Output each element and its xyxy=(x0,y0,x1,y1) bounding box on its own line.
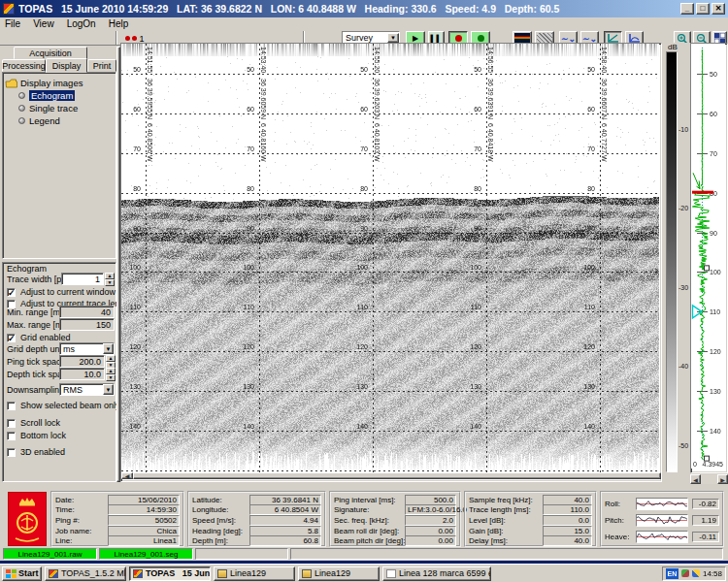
info-group-transmit: Ping interval [ms]:500.0Signature:LFM:3.… xyxy=(329,491,461,547)
info-label: Delay [ms]: xyxy=(469,536,508,545)
bottom-lock-row[interactable]: Bottom lock xyxy=(7,431,66,440)
menu-item-file[interactable]: File xyxy=(5,18,20,29)
echogram-settings-panel: Echogram Trace width [pi... 1 ▲▼ ✓Adjust… xyxy=(2,262,116,482)
display-tree-panel: Display images EchogramSingle traceLegen… xyxy=(2,72,116,259)
menu-bar: FileViewLogOnHelp xyxy=(0,17,728,30)
tray-volume-icon[interactable] xyxy=(692,569,700,577)
echogram-hscrollbar[interactable]: ◀ xyxy=(121,472,661,479)
minimize-button[interactable]: _ xyxy=(680,3,694,15)
bottom-lock-checkbox[interactable] xyxy=(7,432,16,440)
info-value: 110.0 xyxy=(543,504,592,515)
ping-tick-input[interactable]: 200.0 xyxy=(59,355,105,368)
grid-enabled-row[interactable]: ✓Grid enabled xyxy=(7,333,71,342)
adjust-window-row[interactable]: ✓Adjust to current window xyxy=(7,287,116,297)
min-range-input[interactable]: 40 xyxy=(59,306,115,318)
menu-item-view[interactable]: View xyxy=(33,18,54,29)
info-row: Date:15/06/2010 xyxy=(55,495,180,505)
roll-row: Roll: -0.82 xyxy=(605,496,719,512)
maximize-button[interactable]: □ xyxy=(696,3,710,15)
start-button[interactable]: Start xyxy=(2,566,42,581)
info-row: Speed [m/s]:4.94 xyxy=(192,515,321,526)
waveform2-icon: ∼⌄ xyxy=(582,34,597,44)
echogram-scroll-thumb[interactable] xyxy=(133,472,661,479)
folder-icon xyxy=(302,569,312,578)
scroll-left-icon[interactable]: ◀ xyxy=(121,472,133,479)
record-raw-icon xyxy=(455,35,462,42)
rx-activity-icon xyxy=(132,36,137,41)
taskbar-task-2[interactable]: TOPAS 15 June 201... xyxy=(129,566,211,581)
language-indicator[interactable]: EN xyxy=(666,568,678,579)
single-trace-canvas[interactable] xyxy=(691,44,725,469)
colorbar-tick-label: -30 xyxy=(678,284,688,291)
menu-item-help[interactable]: Help xyxy=(109,18,129,29)
pitch-waveform xyxy=(636,514,688,527)
info-label: Gain [dB]: xyxy=(469,527,504,535)
roll-label: Roll: xyxy=(605,500,636,508)
tree-root-display-images[interactable]: Display images xyxy=(5,77,114,89)
enable-3d-row[interactable]: 3D enabled xyxy=(7,447,65,457)
trace-scroll-right-icon[interactable]: ▶ xyxy=(717,474,728,484)
taskbar-task-1[interactable]: TOPAS_1.5.2 MkII xyxy=(45,566,126,581)
sphere-bullet-icon xyxy=(18,92,25,99)
info-row: Beam pitch dir [deg]:0.00 xyxy=(334,535,456,546)
show-beam-row[interactable]: Show selected beam only xyxy=(7,401,120,410)
colorbar-region: dB -10-20-30-40-50 xyxy=(662,43,690,482)
colorbar-gradient xyxy=(666,51,678,472)
echogram-canvas[interactable] xyxy=(121,44,659,472)
tab-processing[interactable]: Processing xyxy=(2,59,46,72)
info-label: Ping interval [ms]: xyxy=(334,496,396,504)
task-label: Linea 128 marca 6599 er... xyxy=(399,568,491,578)
close-button[interactable]: ✕ xyxy=(711,3,725,15)
ping-tick-spinner[interactable]: ▲▼ xyxy=(106,355,116,368)
tree-item-label: Legend xyxy=(29,115,60,126)
app-icon xyxy=(49,569,58,578)
tree-item-single-trace[interactable]: Single trace xyxy=(18,102,114,114)
depth-tick-input[interactable]: 10.0 xyxy=(59,368,105,380)
downsampling-arrow-icon[interactable]: ▼ xyxy=(103,384,114,395)
app-icon xyxy=(133,569,143,578)
status-cell-empty xyxy=(290,548,723,560)
info-row: Sample freq [kHz]:40.0 xyxy=(469,495,592,505)
taskbar-task-4[interactable]: Linea129 xyxy=(298,566,380,581)
info-label: Latitude: xyxy=(192,496,222,504)
tab-display[interactable]: Display xyxy=(46,58,87,73)
tree-item-legend[interactable]: Legend xyxy=(18,114,114,127)
tray-app-icon[interactable] xyxy=(681,569,689,577)
ping-indicator-count: 1 xyxy=(139,34,144,44)
trace-scroll-left-icon[interactable]: ◀ xyxy=(690,474,701,484)
info-label: Job name: xyxy=(55,527,91,535)
depth-tick-spinner[interactable]: ▲▼ xyxy=(106,368,116,380)
enable-3d-checkbox[interactable] xyxy=(7,448,16,457)
max-range-input[interactable]: 150 xyxy=(59,318,115,331)
toolbar-separator xyxy=(116,31,117,45)
scroll-lock-checkbox[interactable] xyxy=(7,419,16,428)
menu-item-logon[interactable]: LogOn xyxy=(67,18,96,29)
colorbar-tick-label: -40 xyxy=(678,363,688,370)
trace-width-input[interactable]: 1 xyxy=(61,273,104,285)
roll-value: -0.82 xyxy=(692,499,719,509)
tree-item-echogram[interactable]: Echogram xyxy=(18,89,114,102)
tab-print[interactable]: Print xyxy=(87,59,116,72)
trace-hscrollbar[interactable]: ◀ ▶ xyxy=(690,474,728,484)
info-value: 36 39.6841 N xyxy=(249,495,321,505)
app-icon xyxy=(3,3,15,15)
dropdown-arrow-icon[interactable]: ▼ xyxy=(387,33,399,43)
taskbar-task-5[interactable]: Linea 128 marca 6599 er... xyxy=(382,566,491,581)
grid-enabled-checkbox[interactable]: ✓ xyxy=(7,334,16,342)
info-label: Longitude: xyxy=(192,505,228,514)
taskbar-task-3[interactable]: Linea129 xyxy=(214,566,295,581)
scroll-lock-row[interactable]: Scroll lock xyxy=(7,418,60,428)
info-row: Beam roll dir [deg]:0.00 xyxy=(334,526,456,536)
info-group-navigation: Latitude:36 39.6841 NLongitude:6 40.8504… xyxy=(187,491,326,547)
info-value: LFM:3.0-6.0/16.0 xyxy=(405,504,456,515)
info-value: 2.0 xyxy=(405,515,456,526)
adjust-window-checkbox[interactable]: ✓ xyxy=(7,288,16,297)
info-value: 40.0 xyxy=(543,495,592,505)
info-value: 15.0 xyxy=(543,526,592,536)
show-beam-checkbox[interactable] xyxy=(7,402,16,410)
trace-width-spinner[interactable]: ▲▼ xyxy=(105,273,115,285)
system-tray: EN 14:58 xyxy=(662,566,726,581)
grid-depth-unit-arrow-icon[interactable]: ▼ xyxy=(103,343,114,354)
task-label: TOPAS_1.5.2 MkII xyxy=(61,568,126,578)
info-value: Linea1 xyxy=(108,535,180,546)
